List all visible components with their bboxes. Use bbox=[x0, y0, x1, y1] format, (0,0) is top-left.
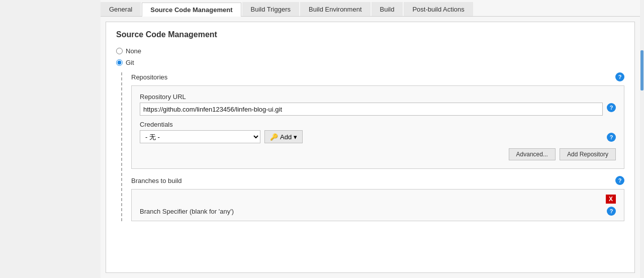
radio-git-label: Git bbox=[126, 59, 134, 66]
credentials-row: Credentials - 无 - 🔑 Add ▾ bbox=[140, 121, 616, 143]
branches-help-icon[interactable]: ? bbox=[615, 176, 624, 185]
radio-git-item: Git bbox=[116, 59, 624, 66]
credentials-left: Credentials - 无 - 🔑 Add ▾ bbox=[140, 121, 607, 143]
actions-row: Advanced... Add Repository bbox=[140, 148, 616, 160]
add-button-label: Add bbox=[280, 133, 292, 141]
key-icon: 🔑 bbox=[270, 133, 278, 141]
add-dropdown-arrow: ▾ bbox=[294, 133, 297, 141]
branch-box-header: X bbox=[140, 195, 616, 204]
radio-git[interactable] bbox=[116, 59, 123, 66]
credentials-label: Credentials bbox=[140, 121, 607, 128]
left-sidebar bbox=[0, 0, 101, 278]
advanced-button[interactable]: Advanced... bbox=[509, 148, 556, 160]
tab-post-build[interactable]: Post-build Actions bbox=[404, 2, 473, 16]
repo-url-input[interactable] bbox=[140, 103, 603, 116]
main-content: General Source Code Management Build Tri… bbox=[101, 0, 640, 278]
tab-source-code[interactable]: Source Code Management bbox=[142, 3, 241, 17]
branch-field-row: Branch Specifier (blank for 'any') ? bbox=[140, 207, 616, 216]
git-section: Repositories ? Repository URL ? bbox=[116, 72, 624, 221]
repo-url-row: Repository URL ? bbox=[140, 93, 616, 116]
dashed-border bbox=[121, 72, 127, 221]
branches-to-build-label: Branches to build bbox=[131, 177, 181, 184]
add-repository-button[interactable]: Add Repository bbox=[560, 148, 616, 160]
credentials-help-icon[interactable]: ? bbox=[607, 133, 616, 142]
tab-build-triggers[interactable]: Build Triggers bbox=[242, 2, 299, 16]
tab-general[interactable]: General bbox=[101, 2, 141, 16]
radio-none-item: None bbox=[116, 47, 624, 55]
repositories-help-icon[interactable]: ? bbox=[615, 72, 624, 81]
repositories-label: Repositories bbox=[131, 73, 167, 81]
repo-url-help-icon[interactable]: ? bbox=[607, 103, 616, 112]
select-add-row: - 无 - 🔑 Add ▾ bbox=[140, 130, 607, 143]
tab-build-environment[interactable]: Build Environment bbox=[300, 2, 371, 16]
radio-none[interactable] bbox=[116, 48, 123, 54]
tab-build[interactable]: Build bbox=[372, 2, 403, 16]
content-area: Source Code Management None Git bbox=[106, 22, 635, 273]
repository-box: Repository URL ? Credentials bbox=[131, 85, 624, 169]
tabs-bar: General Source Code Management Build Tri… bbox=[101, 0, 640, 17]
branch-box: X Branch Specifier (blank for 'any') ? bbox=[131, 189, 624, 221]
branch-specifier-label: Branch Specifier (blank for 'any') bbox=[140, 208, 607, 215]
credentials-select[interactable]: - 无 - bbox=[140, 130, 260, 143]
branches-header: Branches to build ? bbox=[131, 176, 624, 185]
branch-specifier-help-icon[interactable]: ? bbox=[607, 207, 616, 216]
right-sidebar bbox=[640, 0, 644, 278]
page-title: Source Code Management bbox=[116, 30, 624, 39]
add-credentials-button[interactable]: 🔑 Add ▾ bbox=[264, 130, 303, 143]
scm-radio-group: None Git bbox=[116, 47, 624, 66]
branches-section: Branches to build ? X Branch Specifier (… bbox=[131, 176, 624, 221]
repositories-header: Repositories ? bbox=[131, 72, 624, 81]
scroll-indicator[interactable] bbox=[640, 50, 643, 90]
radio-none-label: None bbox=[126, 47, 141, 55]
repo-url-label: Repository URL bbox=[140, 93, 603, 101]
repo-url-block: Repository URL bbox=[140, 93, 603, 116]
remove-branch-button[interactable]: X bbox=[606, 195, 616, 204]
git-content: Repositories ? Repository URL ? bbox=[131, 72, 624, 221]
